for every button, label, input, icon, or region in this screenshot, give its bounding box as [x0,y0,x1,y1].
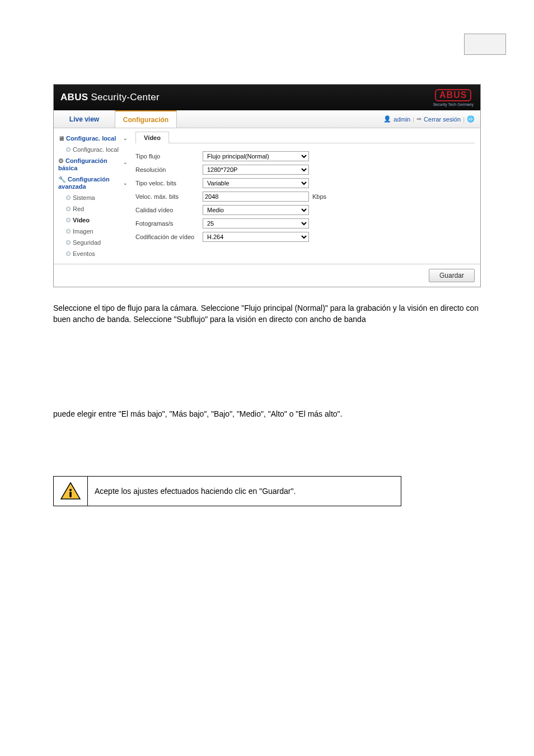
logo-text: ABUS [435,89,471,101]
paragraph-1: Seleccione el tipo de flujo para la cáma… [53,303,481,325]
sidebar-item-red[interactable]: Red [56,203,130,214]
save-button[interactable]: Guardar [429,269,475,282]
row-codec: Codificación de vídeo H.264 [135,232,475,242]
row-fps: Fotogramas/s 25 [135,218,475,228]
panel-body: Tipo flujo Flujo principal(Normal) Resol… [135,143,475,242]
page-number-box [464,34,506,55]
row-resolucion: Resolución 1280*720P [135,165,475,175]
sidebar-item-label: Imagen [73,228,93,235]
logout-link[interactable]: Cerrar sesión [424,116,461,123]
row-calidad: Calidad vídeo Medio [135,205,475,215]
field-label: Veloc. máx. bits [135,193,203,200]
separator: | [463,116,465,123]
bullet-icon [66,207,71,211]
top-tabs: Live view Configuración 👤 admin | ➡ Cerr… [54,110,480,128]
globe-icon[interactable]: 🌐 [467,115,475,123]
app-header: ABUS Security-Center ABUS Security Tech … [54,85,480,110]
sidebar: 🖥 Configurac. local ⌄ Configurac. local … [54,128,132,264]
monitor-icon: 🖥 [58,135,64,142]
app-title: ABUS Security-Center [60,92,160,103]
inner-tab-video[interactable]: Vídeo [135,132,169,143]
field-label: Calidad vídeo [135,207,203,213]
sidebar-item-seguridad[interactable]: Seguridad [56,237,130,248]
sidebar-label: Configuración básica [58,157,107,171]
field-label: Tipo flujo [135,153,203,160]
chevron-down-icon: ⌄ [123,136,128,141]
sidebar-group-advanced-config[interactable]: 🔧 Configuración avanzada ⌄ [56,174,130,192]
svg-point-1 [69,489,72,491]
sidebar-label: Configurac. local [66,135,116,142]
row-veloc-max: Veloc. máx. bits Kbps [135,192,475,202]
info-text: Acepte los ajustes efectuados haciendo c… [88,476,401,506]
info-note: Acepte los ajustes efectuados haciendo c… [53,476,401,506]
brand-logo: ABUS Security Tech Germany [433,89,474,106]
user-icon: 👤 [383,115,391,123]
sidebar-item-label: Seguridad [73,239,101,246]
sidebar-group-local-config[interactable]: 🖥 Configurac. local ⌄ [56,133,130,144]
bullet-icon [66,251,71,256]
select-tipo-veloc[interactable]: Variable [203,178,309,188]
brand-rest: Security-Center [91,92,160,102]
sidebar-item-eventos[interactable]: Eventos [56,248,130,259]
bullet-icon [66,240,71,245]
field-label: Tipo veloc. bits [135,180,203,186]
unit-label: Kbps [312,193,326,200]
sidebar-item-sistema[interactable]: Sistema [56,192,130,203]
user-area: 👤 admin | ➡ Cerrar sesión | 🌐 [383,115,480,123]
select-tipo-flujo[interactable]: Flujo principal(Normal) [203,151,309,161]
brand-main: ABUS [60,92,88,102]
app-window: ABUS Security-Center ABUS Security Tech … [53,84,481,287]
svg-rect-2 [69,492,72,497]
sidebar-item-label: Vídeo [73,217,90,223]
logout-icon: ➡ [416,115,421,123]
warning-info-icon [60,482,81,500]
bullet-icon [66,147,71,152]
bullet-icon [66,229,71,234]
wrench-icon: 🔧 [58,176,66,183]
info-icon-cell [54,476,88,506]
select-calidad[interactable]: Medio [203,205,309,215]
sidebar-item-imagen[interactable]: Imagen [56,226,130,237]
sidebar-label: Configuración avanzada [58,176,110,190]
bullet-icon [66,195,71,200]
separator: | [413,116,414,123]
tab-configuration[interactable]: Configuración [115,110,177,128]
row-tipo-flujo: Tipo flujo Flujo principal(Normal) [135,151,475,161]
logo-tagline: Security Tech Germany [433,102,474,106]
gear-icon: ⚙ [58,157,64,164]
sidebar-item-label: Red [73,206,84,212]
field-label: Resolución [135,166,203,173]
main-panel: Vídeo Tipo flujo Flujo principal(Normal)… [132,128,480,264]
input-veloc-max[interactable] [203,192,309,202]
select-codec[interactable]: H.264 [203,232,309,242]
sidebar-item-label: Sistema [73,194,95,201]
field-label: Codificación de vídeo [135,234,203,240]
sidebar-group-basic-config[interactable]: ⚙ Configuración básica ⌃ [56,155,130,174]
select-resolucion[interactable]: 1280*720P [203,165,309,175]
tab-live-view[interactable]: Live view [54,110,115,128]
chevron-down-icon: ⌄ [123,180,128,186]
bullet-icon [66,218,71,222]
user-name: admin [394,116,410,123]
bottom-bar: Guardar [54,264,480,287]
paragraph-2: puede elegir entre "El más bajo", "Más b… [53,409,481,420]
sidebar-item-label: Eventos [73,250,95,257]
field-label: Fotogramas/s [135,220,203,227]
sidebar-item-label: Configurac. local [73,146,119,153]
row-tipo-veloc: Tipo veloc. bits Variable [135,178,475,188]
sidebar-item-local-config[interactable]: Configurac. local [56,144,130,155]
sidebar-item-video[interactable]: Vídeo [56,214,130,226]
select-fps[interactable]: 25 [203,218,309,228]
chevron-up-icon: ⌃ [123,162,128,167]
